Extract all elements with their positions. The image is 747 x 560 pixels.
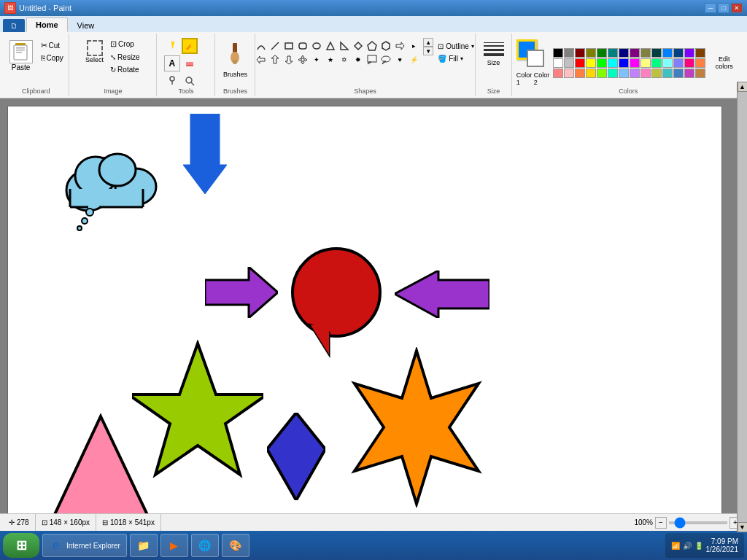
swatch-1-9[interactable] xyxy=(651,58,662,68)
pencil-tool[interactable] xyxy=(164,38,180,54)
canvas-area[interactable] xyxy=(7,106,722,513)
magnify-tool[interactable] xyxy=(182,73,198,89)
swatch-1-4[interactable] xyxy=(597,58,607,68)
shape-arrow-down[interactable] xyxy=(282,53,295,66)
swatch-1-7[interactable] xyxy=(630,58,640,68)
shape-line[interactable] xyxy=(268,39,282,52)
minimize-button[interactable]: ─ xyxy=(705,3,716,13)
swatch-2-6[interactable] xyxy=(619,69,629,78)
shape-lightning[interactable]: ⚡ xyxy=(407,53,420,66)
swatch-1-11[interactable] xyxy=(673,58,684,68)
taskbar-chrome[interactable]: 🌐 xyxy=(191,534,219,557)
tab-view[interactable]: View xyxy=(68,18,104,32)
shapes-scroll-down[interactable]: ▼ xyxy=(423,47,433,55)
maximize-button[interactable]: □ xyxy=(718,3,729,13)
zoom-slider[interactable] xyxy=(669,521,727,524)
shape-callout-rect[interactable] xyxy=(365,53,379,66)
tab-file[interactable]: 🗋 xyxy=(3,19,25,32)
taskbar-ie[interactable]: e Internet Explorer xyxy=(42,534,127,557)
fill-button-shape[interactable]: 🪣 Fill ▾ xyxy=(435,53,477,64)
swatch-0-13[interactable] xyxy=(695,48,705,58)
shape-arrow-right[interactable] xyxy=(393,39,406,52)
swatch-1-1[interactable] xyxy=(564,58,574,68)
select-button[interactable]: Select xyxy=(83,38,106,75)
swatch-0-12[interactable] xyxy=(684,48,694,58)
close-button[interactable]: ✕ xyxy=(731,3,743,13)
swatch-1-3[interactable] xyxy=(586,58,596,68)
shape-callout-round[interactable] xyxy=(379,53,392,66)
crop-button[interactable]: ⊡ Crop xyxy=(107,38,143,50)
swatch-1-5[interactable] xyxy=(608,58,618,68)
clock[interactable]: 7:09 PM 1/26/2021 xyxy=(706,537,739,553)
taskbar-mediaplayer[interactable]: ▶ xyxy=(160,534,188,557)
shape-star4[interactable]: ✦ xyxy=(310,53,323,66)
paste-button[interactable]: Paste xyxy=(6,38,36,74)
swatch-2-0[interactable] xyxy=(553,69,563,78)
picker-tool[interactable] xyxy=(164,73,180,89)
swatch-0-7[interactable] xyxy=(630,48,640,58)
swatch-1-6[interactable] xyxy=(619,58,629,68)
swatch-0-10[interactable] xyxy=(662,48,673,58)
swatch-2-7[interactable] xyxy=(630,69,640,78)
fill-tool[interactable] xyxy=(182,38,198,54)
swatch-1-8[interactable] xyxy=(640,58,651,68)
swatch-0-4[interactable] xyxy=(597,48,607,58)
swatch-0-1[interactable] xyxy=(564,48,574,58)
edit-colors-button[interactable]: Edit colors xyxy=(708,53,740,72)
shape-hexagon[interactable] xyxy=(379,39,392,52)
swatch-2-10[interactable] xyxy=(662,69,673,78)
swatch-1-2[interactable] xyxy=(575,58,585,68)
shape-triangle[interactable] xyxy=(324,39,337,52)
shape-pentagon[interactable] xyxy=(365,39,379,52)
swatch-1-10[interactable] xyxy=(662,58,673,68)
shape-star5[interactable]: ★ xyxy=(324,53,337,66)
shape-ellipse[interactable] xyxy=(310,39,323,52)
swatch-2-9[interactable] xyxy=(651,69,662,78)
eraser-tool[interactable] xyxy=(182,55,198,71)
taskbar-explorer[interactable]: 📁 xyxy=(130,534,158,557)
swatch-0-9[interactable] xyxy=(651,48,662,58)
shape-arrow-up[interactable] xyxy=(268,53,282,66)
swatch-1-0[interactable] xyxy=(553,58,563,68)
swatch-2-1[interactable] xyxy=(564,69,574,78)
swatch-2-8[interactable] xyxy=(640,69,651,78)
text-tool[interactable]: A xyxy=(164,55,180,71)
taskbar-app6[interactable]: 🎨 xyxy=(222,534,249,557)
shape-diamond[interactable] xyxy=(352,39,365,52)
scroll-right[interactable]: ▲ ▼ xyxy=(737,98,747,513)
vscroll-thumb[interactable] xyxy=(738,98,748,513)
swatch-2-12[interactable] xyxy=(684,69,694,78)
swatch-0-0[interactable] xyxy=(553,48,563,58)
cut-button[interactable]: ✂ Cut xyxy=(38,39,66,52)
swatch-2-11[interactable] xyxy=(673,69,684,78)
swatch-2-13[interactable] xyxy=(695,69,705,78)
swatch-0-11[interactable] xyxy=(673,48,684,58)
swatch-2-5[interactable] xyxy=(608,69,618,78)
swatch-0-8[interactable] xyxy=(640,48,651,58)
swatch-1-12[interactable] xyxy=(684,58,694,68)
start-button[interactable]: ⊞ xyxy=(3,533,39,558)
shape-4arrow[interactable] xyxy=(296,53,309,66)
shape-more[interactable]: ▸ xyxy=(407,39,420,52)
shape-star8[interactable]: ✸ xyxy=(352,53,365,66)
swatch-2-3[interactable] xyxy=(586,69,596,78)
swatch-0-2[interactable] xyxy=(575,48,585,58)
swatch-2-4[interactable] xyxy=(597,69,607,78)
shape-star6[interactable]: ✡ xyxy=(338,53,351,66)
shape-rounded-rect[interactable] xyxy=(296,39,309,52)
rotate-button[interactable]: ↻ Rotate xyxy=(107,64,143,75)
swatch-0-3[interactable] xyxy=(586,48,596,58)
swatch-2-2[interactable] xyxy=(575,69,585,78)
size-button[interactable]: Size xyxy=(479,38,508,68)
brushes-button[interactable]: Brushes xyxy=(220,38,251,82)
outline-button[interactable]: ⊡ Outline ▾ xyxy=(435,41,477,52)
color2-box[interactable] xyxy=(527,50,544,67)
shape-heart[interactable]: ♥ xyxy=(393,53,406,66)
copy-button[interactable]: ⎘ Copy xyxy=(38,52,66,63)
shapes-scroll-up[interactable]: ▲ xyxy=(423,38,433,47)
tab-home[interactable]: Home xyxy=(26,18,68,32)
swatch-1-13[interactable] xyxy=(695,58,705,68)
zoom-out-button[interactable]: − xyxy=(655,517,667,529)
shape-arrow-left[interactable] xyxy=(255,53,268,66)
shape-right-triangle[interactable] xyxy=(338,39,351,52)
